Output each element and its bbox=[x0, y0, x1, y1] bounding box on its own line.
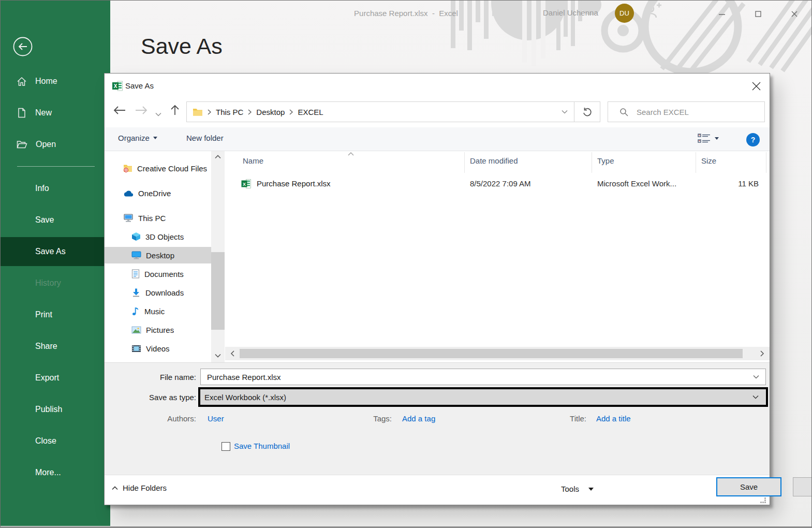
creative-cloud-folder-icon bbox=[123, 164, 132, 172]
open-folder-icon bbox=[17, 140, 27, 149]
caret-down-icon bbox=[153, 137, 157, 139]
close-window-button[interactable] bbox=[787, 7, 802, 21]
minimize-button[interactable] bbox=[715, 7, 729, 21]
sidebar-item-share[interactable]: Share bbox=[1, 339, 110, 354]
chevron-down-icon[interactable] bbox=[752, 395, 759, 399]
sidebar-item-close[interactable]: Close bbox=[1, 433, 110, 449]
breadcrumb-excel[interactable]: EXCEL bbox=[298, 108, 323, 116]
add-title-link[interactable]: Add a title bbox=[596, 414, 631, 423]
nav-history-dropdown[interactable] bbox=[155, 109, 161, 119]
arrow-left-icon bbox=[113, 106, 126, 115]
organize-button[interactable]: Organize bbox=[118, 134, 157, 142]
column-divider[interactable] bbox=[696, 152, 696, 173]
tree-item-creative-cloud-files[interactable]: Creative Cloud Files bbox=[123, 160, 207, 177]
column-header-date-modified[interactable]: Date modified bbox=[470, 156, 518, 165]
sidebar-item-history: History bbox=[1, 275, 110, 291]
resize-grip[interactable] bbox=[760, 497, 766, 504]
sidebar-item-publish[interactable]: Publish bbox=[1, 402, 110, 417]
new-document-icon bbox=[17, 108, 27, 118]
tree-item-videos[interactable]: Videos bbox=[131, 340, 170, 357]
sidebar-item-info[interactable]: Info bbox=[1, 181, 110, 196]
sidebar-item-save[interactable]: Save bbox=[1, 212, 110, 228]
tree-item-documents[interactable]: Documents bbox=[131, 266, 184, 282]
page-title: Save As bbox=[141, 34, 223, 59]
address-bar[interactable]: This PC Desktop EXCEL bbox=[186, 101, 574, 122]
sidebar-item-save-as[interactable]: Save As bbox=[1, 237, 110, 266]
tree-item-downloads[interactable]: Downloads bbox=[131, 284, 184, 301]
breadcrumb-desktop[interactable]: Desktop bbox=[256, 108, 285, 116]
tree-item-music[interactable]: Music bbox=[131, 303, 165, 319]
save-as-dialog: X Save As This PC Desktop bbox=[104, 73, 770, 505]
save-thumbnail-checkbox[interactable] bbox=[222, 442, 230, 451]
search-placeholder: Search EXCEL bbox=[637, 108, 689, 116]
refresh-button[interactable] bbox=[574, 101, 600, 122]
tree-item-label: Creative Cloud Files bbox=[137, 164, 207, 173]
help-icon: ? bbox=[751, 136, 756, 144]
nav-up-button[interactable] bbox=[170, 105, 180, 118]
sidebar-item-new[interactable]: New bbox=[1, 105, 110, 121]
avatar[interactable]: DU bbox=[615, 4, 634, 23]
sidebar-item-home[interactable]: Home bbox=[1, 74, 110, 89]
new-folder-button[interactable]: New folder bbox=[186, 134, 224, 142]
close-icon bbox=[752, 82, 761, 91]
document-icon bbox=[131, 269, 140, 278]
file-name-cell[interactable]: Purchase Report.xlsx bbox=[257, 179, 331, 188]
chevron-down-icon[interactable] bbox=[753, 375, 759, 379]
view-options-button[interactable] bbox=[698, 134, 719, 143]
picture-icon bbox=[131, 326, 141, 334]
search-input[interactable]: Search EXCEL bbox=[608, 101, 765, 122]
column-header-size[interactable]: Size bbox=[701, 156, 716, 165]
scroll-right-icon[interactable] bbox=[760, 350, 764, 357]
scroll-down-icon[interactable] bbox=[215, 354, 221, 358]
tree-item-desktop[interactable]: Desktop bbox=[131, 247, 174, 263]
arrow-up-icon bbox=[170, 105, 180, 116]
dialog-close-button[interactable] bbox=[746, 78, 766, 94]
add-tag-link[interactable]: Add a tag bbox=[402, 414, 435, 423]
tools-dropdown[interactable]: Tools bbox=[561, 485, 594, 493]
tree-item-pictures[interactable]: Pictures bbox=[131, 321, 174, 338]
tree-item-label: Pictures bbox=[146, 326, 174, 334]
nav-forward-button[interactable] bbox=[135, 106, 148, 117]
sidebar-item-more[interactable]: More... bbox=[1, 465, 110, 480]
breadcrumb-chevron-icon bbox=[208, 109, 211, 115]
tree-item-onedrive[interactable]: OneDrive bbox=[123, 185, 171, 201]
tree-item-this-pc[interactable]: This PC bbox=[123, 210, 166, 226]
cancel-button[interactable]: Cancel bbox=[793, 477, 812, 496]
breadcrumb-this-pc[interactable]: This PC bbox=[216, 108, 243, 116]
maximize-button[interactable] bbox=[751, 7, 765, 21]
sidebar-item-print[interactable]: Print bbox=[1, 307, 110, 322]
excel-window: Purchase Report.xlsx - Excel Daniel Uche… bbox=[0, 0, 812, 528]
authors-value-link[interactable]: User bbox=[208, 414, 224, 423]
scroll-left-icon[interactable] bbox=[230, 350, 234, 357]
caret-down-icon bbox=[715, 137, 719, 140]
column-header-type[interactable]: Type bbox=[597, 156, 614, 165]
sidebar-item-label: Home bbox=[35, 77, 57, 86]
tree-item-3d-objects[interactable]: 3D Objects bbox=[131, 228, 184, 245]
address-dropdown-chevron-icon[interactable] bbox=[562, 110, 568, 114]
nav-back-button[interactable] bbox=[113, 106, 126, 117]
hide-folders-button[interactable]: Hide Folders bbox=[112, 483, 167, 492]
save-as-type-select[interactable]: Excel Workbook (*.xlsx) bbox=[198, 387, 768, 407]
column-divider[interactable] bbox=[464, 152, 465, 173]
account-name[interactable]: Daniel Uchenna bbox=[543, 8, 598, 17]
column-header-name[interactable]: Name bbox=[243, 156, 263, 165]
sidebar-item-export[interactable]: Export bbox=[1, 370, 110, 386]
file-name-input[interactable]: Purchase Report.xlsx bbox=[200, 369, 766, 385]
dialog-title: Save As bbox=[125, 81, 154, 90]
column-divider[interactable] bbox=[766, 152, 766, 173]
sidebar-divider bbox=[17, 166, 95, 167]
column-divider[interactable] bbox=[592, 152, 592, 173]
hide-folders-label: Hide Folders bbox=[123, 483, 167, 492]
desktop-icon bbox=[131, 251, 141, 259]
sidebar-item-open[interactable]: Open bbox=[1, 137, 110, 152]
arrow-right-icon bbox=[135, 106, 148, 115]
help-button[interactable]: ? bbox=[746, 133, 760, 146]
save-as-type-value: Excel Workbook (*.xlsx) bbox=[204, 393, 286, 402]
list-scrollbar-thumb[interactable] bbox=[240, 349, 743, 358]
scroll-up-icon[interactable] bbox=[215, 155, 221, 159]
save-button[interactable]: Save bbox=[716, 477, 781, 496]
back-button[interactable] bbox=[12, 36, 33, 57]
save-thumbnail-label[interactable]: Save Thumbnail bbox=[234, 442, 290, 450]
tree-scrollbar-thumb[interactable] bbox=[211, 252, 225, 330]
sort-ascending-icon bbox=[348, 152, 354, 156]
